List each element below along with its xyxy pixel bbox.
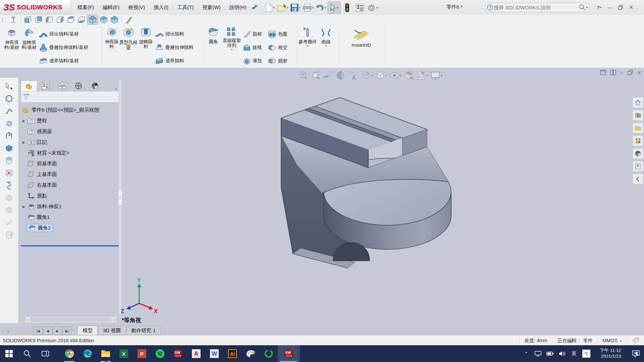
first-tab-button[interactable]: |◀ — [33, 326, 43, 335]
rebuild-button[interactable] — [341, 2, 354, 13]
solidworks-2016-active-window[interactable]: SW 2016 — [278, 345, 300, 362]
options-button[interactable]: ▾ — [366, 2, 379, 13]
reference-geometry-button[interactable]: 參考幾何 ▾ — [299, 27, 317, 66]
view-isometric-icon[interactable] — [87, 15, 98, 25]
rib-button[interactable]: 肋材 — [243, 27, 262, 41]
menu-help[interactable]: 說明(H) — [225, 0, 251, 15]
scroll-left-arrow[interactable]: ‹ — [25, 318, 29, 322]
print-button[interactable]: ▾ — [302, 2, 315, 13]
left-toolbar-icon-7[interactable] — [5, 156, 13, 165]
sweep-boss-button[interactable]: 掃出填料/基材 — [39, 27, 88, 41]
view-trimetric-icon[interactable] — [98, 15, 109, 24]
left-toolbar-icon-13[interactable] — [5, 231, 13, 239]
reference-geometry-caret[interactable]: ▾ — [307, 44, 309, 48]
autocad-icon[interactable]: A — [187, 345, 205, 362]
revolve-boss-button[interactable]: 旋轉填料/基材 — [21, 27, 38, 66]
file-explorer-icon[interactable] — [633, 123, 643, 133]
tray-expand-icon[interactable]: ⌃ — [521, 345, 532, 362]
extrude-cut-button[interactable]: 伸長除料 — [104, 27, 119, 66]
left-toolbar-icon-3[interactable] — [5, 107, 13, 115]
excel-icon[interactable]: X — [115, 345, 133, 362]
view-right-icon[interactable] — [55, 15, 65, 24]
last-tab-button[interactable]: ▶| — [62, 326, 72, 335]
boundary-cut-button[interactable]: 邊界除料 — [155, 54, 194, 68]
scrollbar-thumb[interactable] — [30, 317, 112, 322]
select-tool-button[interactable]: ▾ — [327, 2, 341, 14]
spotify-icon[interactable] — [151, 345, 169, 362]
language-indicator[interactable]: 英 — [568, 345, 580, 362]
view-left-icon[interactable] — [44, 15, 55, 24]
tray-power-icon[interactable] — [544, 345, 556, 362]
tree-item-annotations[interactable]: ▶ A 註記 — [21, 137, 119, 147]
task-view-button[interactable] — [36, 345, 54, 362]
menu-view[interactable]: 檢視(V) — [124, 0, 149, 15]
edge-icon[interactable] — [78, 345, 97, 362]
panel-flyout-arrow[interactable]: › — [113, 85, 119, 91]
expand-arrow-icon[interactable]: ▶ — [21, 140, 27, 144]
sweep-cut-button[interactable]: 掃出除料 — [155, 27, 194, 41]
model-tab[interactable]: 模型 — [77, 326, 98, 335]
filter-icon[interactable] — [22, 93, 30, 101]
motion-study-tab[interactable]: 動作研究 1 — [126, 326, 161, 335]
draft-button[interactable]: 拔模 — [243, 41, 262, 54]
task-pane-expand-icon[interactable] — [633, 174, 643, 184]
tree-item-top-plane[interactable]: 上基準面 — [21, 169, 119, 180]
close-button[interactable]: ✕ — [626, 2, 637, 12]
left-toolbar-icon-6[interactable] — [5, 144, 13, 153]
left-toolbar-icon-4[interactable] — [5, 119, 13, 128]
loft-boss-button[interactable]: 疊層拉伸填料/基材 — [39, 41, 88, 54]
save-button[interactable]: ▾ — [289, 2, 302, 13]
home-icon[interactable] — [633, 97, 643, 108]
ime-indicator[interactable]: ㄅ — [580, 345, 593, 362]
expand-arrow-icon[interactable]: ▶ — [21, 119, 27, 123]
prev-tab-button[interactable]: ◀ — [43, 326, 52, 335]
next-tab-button[interactable]: ▶ — [53, 326, 62, 335]
panel-splitter-handle[interactable] — [118, 189, 122, 205]
curves-caret[interactable]: ▾ — [325, 44, 327, 48]
left-toolbar-icon-12[interactable] — [5, 218, 13, 227]
open-document-button[interactable]: ▾ — [276, 2, 289, 13]
left-toolbar-icon-5[interactable] — [5, 131, 13, 140]
normal-to-icon[interactable] — [8, 15, 19, 24]
property-manager-tab[interactable] — [37, 80, 54, 91]
units-selector[interactable]: MMGS▲ — [597, 337, 627, 344]
view-back-icon[interactable] — [33, 15, 44, 24]
mirror-button[interactable]: 鏡射 — [268, 54, 287, 68]
powerpoint-icon[interactable]: P — [133, 345, 151, 362]
file-properties-button[interactable] — [354, 2, 366, 13]
status-tag-icon[interactable] — [627, 337, 644, 344]
pin-menu-icon[interactable] — [251, 3, 258, 11]
scroll-right-arrow[interactable]: › — [112, 318, 116, 322]
paint-icon[interactable] — [241, 345, 260, 362]
selected-tree-item[interactable]: 圓角2 — [27, 224, 53, 232]
appearances-icon[interactable] — [633, 148, 643, 159]
tree-item-front-plane[interactable]: 前基準面 — [21, 158, 119, 169]
instant3d-button[interactable]: Instant3D — [343, 27, 380, 66]
taskbar-search-button[interactable] — [18, 345, 36, 362]
solidworks-forum-icon[interactable] — [633, 161, 643, 172]
tree-root-row[interactable]: 零件6 (預設<<預設>_顯示狀態 — [21, 105, 119, 115]
fillet-button[interactable]: 圓角 — [205, 27, 221, 66]
app-help-button[interactable]: ?▾ — [594, 2, 604, 12]
graphics-area[interactable]: A ▾ ▾ ▾ ▾ ▾ ─ ✕ — [0, 68, 644, 345]
left-toolbar-icon-9[interactable] — [5, 181, 13, 190]
search-options-caret[interactable]: ▾ — [586, 6, 588, 9]
file-explorer-icon[interactable] — [97, 345, 115, 362]
view-dimetric-icon[interactable] — [109, 15, 120, 24]
linear-pattern-button[interactable]: 直線複製排列 ▾ — [222, 27, 241, 66]
tree-horizontal-scrollbar[interactable]: ‹ › — [25, 316, 117, 323]
design-library-icon[interactable] — [633, 110, 643, 121]
paint-appearance-icon[interactable] — [123, 15, 134, 24]
tray-display-icon[interactable] — [532, 345, 544, 362]
green-ring-app-icon[interactable] — [260, 345, 278, 362]
display-manager-tab[interactable] — [87, 80, 103, 91]
search-icon[interactable] — [579, 4, 586, 11]
undo-button[interactable]: ▾ — [315, 2, 327, 13]
tree-item-right-plane[interactable]: 右基準面 — [21, 180, 119, 190]
custom-properties-icon[interactable] — [633, 135, 643, 146]
curves-button[interactable]: 曲線 ▾ — [318, 27, 334, 66]
left-toolbar-icon-8[interactable] — [5, 169, 13, 177]
dimxpert-manager-tab[interactable] — [70, 80, 87, 91]
chrome-icon[interactable] — [60, 345, 78, 362]
linear-pattern-caret[interactable]: ▾ — [231, 48, 233, 51]
